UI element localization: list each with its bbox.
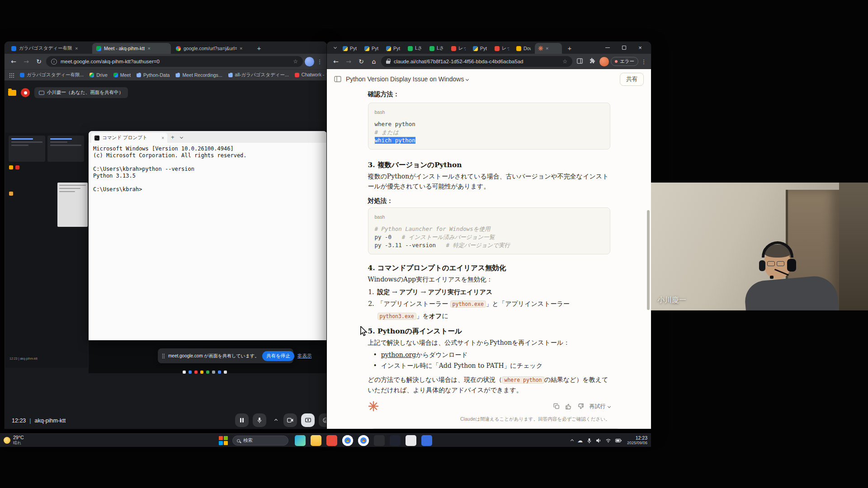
onedrive-cloud-icon[interactable]: ☁: [577, 437, 583, 444]
tab-5[interactable]: Lさ: [426, 43, 447, 54]
tab-9[interactable]: Dow: [513, 43, 534, 54]
tab-close-icon[interactable]: ×: [161, 136, 164, 141]
share-button[interactable]: 共有: [620, 73, 644, 86]
conversation-title[interactable]: Python Version Display Issue on Windows: [346, 75, 468, 83]
wifi-icon[interactable]: [605, 438, 611, 443]
folder-icon[interactable]: [8, 90, 16, 96]
battery-icon[interactable]: [615, 439, 622, 442]
terminal-dropdown-icon[interactable]: [178, 133, 183, 141]
side-panel-icon[interactable]: [574, 58, 585, 65]
file-explorer-icon[interactable]: [311, 435, 321, 446]
lock-icon[interactable]: [386, 61, 390, 64]
minimize-button[interactable]: [599, 42, 616, 54]
bookmark-item[interactable]: Python-Data: [137, 72, 170, 78]
photos-app-icon[interactable]: [295, 435, 306, 446]
scrollbar-thumb[interactable]: [647, 210, 650, 310]
speaker-icon[interactable]: [596, 438, 601, 443]
tab-python-1[interactable]: Pyt: [340, 43, 360, 54]
tab-4[interactable]: Lさ: [405, 43, 425, 54]
tab-8[interactable]: レッ: [491, 43, 512, 54]
back-button[interactable]: ←: [330, 58, 341, 65]
home-button[interactable]: ⌂: [368, 58, 379, 65]
apps-grid-icon[interactable]: [9, 73, 14, 78]
favicon-icon: [495, 46, 500, 51]
thumbs-down-button[interactable]: [577, 403, 584, 410]
new-tab-button[interactable]: +: [254, 43, 264, 53]
tab-close-icon[interactable]: ×: [147, 46, 150, 51]
tab-google-url[interactable]: google.com/url?sa=j&url=http... ×: [172, 43, 251, 54]
mic-button[interactable]: [253, 413, 266, 427]
dark-app-icon[interactable]: [374, 435, 385, 446]
camera-button[interactable]: [283, 413, 297, 427]
maximize-button[interactable]: [616, 42, 632, 54]
tab-close-icon[interactable]: ×: [75, 46, 78, 51]
browser-menu-icon[interactable]: ⋮: [640, 58, 647, 65]
new-tab-button[interactable]: +: [565, 43, 575, 53]
bookmark-item[interactable]: Drive: [90, 72, 108, 78]
tab-python-2[interactable]: Pyt: [361, 43, 382, 54]
reactions-button[interactable]: [319, 413, 327, 427]
taskbar-search[interactable]: 検索: [232, 436, 288, 446]
weather-widget[interactable]: 29°C 晴れ: [4, 435, 24, 446]
claude-page: Python Version Display Issue on Windows …: [327, 69, 651, 429]
red-app-icon[interactable]: [326, 435, 337, 446]
tab-python-4[interactable]: Pyt: [470, 43, 491, 54]
bookmark-item[interactable]: Meet: [113, 72, 131, 78]
forward-button[interactable]: →: [21, 58, 32, 65]
address-bar[interactable]: i meet.google.com/akq-pihm-ktt?authuser=…: [46, 56, 303, 67]
tab-close-icon[interactable]: ×: [546, 46, 548, 51]
bookmark-star-icon[interactable]: ☆: [293, 58, 298, 65]
blue-app-icon[interactable]: [421, 435, 432, 446]
tab-claude-active[interactable]: ×: [535, 43, 562, 54]
tab-calendar[interactable]: ガラパゴスタディー有限会社 - カレン ×: [7, 43, 91, 54]
notepad-app-icon[interactable]: [406, 435, 416, 446]
reload-button[interactable]: ↻: [33, 58, 44, 65]
camera-options-button[interactable]: [270, 413, 279, 427]
site-info-icon[interactable]: i: [51, 59, 57, 65]
present-screen-button[interactable]: [301, 413, 315, 427]
tab-close-icon[interactable]: ×: [240, 46, 242, 51]
profile-avatar[interactable]: [305, 57, 314, 66]
stop-sharing-button[interactable]: 共有を停止: [262, 351, 294, 361]
address-bar[interactable]: claude.ai/chat/67b8f1a2-1d52-4f56-bbda-c…: [381, 56, 572, 67]
start-button[interactable]: [219, 436, 228, 445]
bookmark-item[interactable]: Meet Recordings...: [175, 72, 222, 78]
hide-banner-link[interactable]: 非表示: [297, 353, 312, 359]
chrome-icon-2[interactable]: [358, 435, 369, 446]
chrome-icon[interactable]: [342, 435, 353, 446]
python-org-link[interactable]: python.org: [381, 351, 416, 358]
tab-search-icon[interactable]: [330, 43, 339, 51]
tab-python-3[interactable]: Pyt: [383, 43, 404, 54]
reload-button[interactable]: ↻: [356, 58, 367, 65]
code-block[interactable]: bash where python # または which python: [368, 103, 610, 150]
tab-6[interactable]: レッ: [448, 43, 469, 54]
terminal-tab[interactable]: コマンド プロンプト ×: [91, 133, 167, 143]
close-button[interactable]: ×: [632, 42, 648, 54]
copy-button[interactable]: [553, 403, 560, 409]
drag-handle-icon[interactable]: [162, 353, 165, 359]
back-button[interactable]: ←: [8, 58, 19, 65]
code-block[interactable]: bash # Python Launcher for Windowsを使用 py…: [368, 207, 610, 254]
bookmark-item[interactable]: ガラパゴスタディー有限...: [20, 72, 84, 78]
retry-button[interactable]: 再試行: [590, 401, 610, 411]
mic-tray-icon[interactable]: [587, 438, 592, 444]
recording-indicator-icon[interactable]: [21, 88, 30, 97]
sidebar-toggle-icon[interactable]: [334, 76, 341, 82]
taskbar-clock[interactable]: 12:23 2025/09/06: [627, 436, 647, 446]
bookmark-item[interactable]: all-ガラパゴスタディー...: [228, 72, 289, 78]
forward-button[interactable]: →: [343, 58, 354, 65]
browser-menu-icon[interactable]: ⋮: [316, 58, 323, 65]
terminal-output[interactable]: Microsoft Windows [Version 10.0.26100.49…: [89, 143, 327, 196]
python-favicon-icon: [364, 46, 369, 51]
profile-avatar[interactable]: [599, 57, 609, 66]
extensions-puzzle-icon[interactable]: [587, 58, 598, 65]
terminal-app-icon[interactable]: [390, 435, 401, 446]
thumbs-up-button[interactable]: [565, 403, 572, 410]
tab-meet[interactable]: Meet - akq-pihm-ktt ×: [92, 43, 171, 54]
bookmark-item[interactable]: Chatwork - マイチャット: [295, 72, 327, 78]
bookmark-star-icon[interactable]: ☆: [562, 58, 567, 65]
error-chip[interactable]: エラー: [611, 57, 638, 66]
presentation-pause-button[interactable]: [235, 413, 249, 427]
hidden-icons-chevron[interactable]: [569, 440, 573, 442]
new-terminal-tab-button[interactable]: +: [171, 134, 175, 141]
